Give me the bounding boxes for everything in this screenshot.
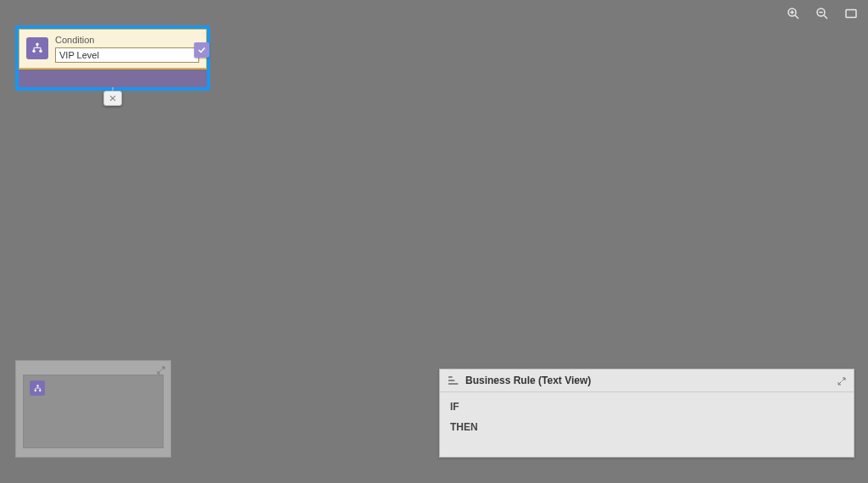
svg-line-1 xyxy=(795,15,798,19)
condition-node[interactable]: Condition xyxy=(15,25,210,91)
condition-body[interactable] xyxy=(19,69,207,87)
condition-label: Condition xyxy=(55,35,199,45)
confirm-button[interactable] xyxy=(194,42,209,58)
minimap-condition-icon xyxy=(30,380,45,396)
fit-screen-icon[interactable] xyxy=(843,5,860,22)
condition-name-input[interactable] xyxy=(55,47,199,63)
svg-point-19 xyxy=(36,385,38,386)
svg-line-30 xyxy=(838,382,842,386)
minimap-viewport[interactable] xyxy=(23,375,164,448)
zoom-in-icon[interactable] xyxy=(785,5,802,22)
svg-line-18 xyxy=(158,371,161,375)
then-keyword: THEN xyxy=(450,421,843,433)
condition-header: Condition xyxy=(19,29,207,69)
svg-point-25 xyxy=(39,389,41,391)
svg-rect-7 xyxy=(846,10,856,18)
condition-icon xyxy=(26,37,48,59)
text-view-icon xyxy=(447,375,460,386)
svg-line-5 xyxy=(824,15,827,19)
canvas-toolbar xyxy=(785,5,860,22)
svg-point-13 xyxy=(33,50,36,53)
if-keyword: IF xyxy=(450,401,843,413)
svg-line-17 xyxy=(162,367,165,370)
delete-node-button[interactable] xyxy=(103,91,122,106)
svg-point-14 xyxy=(40,50,42,53)
svg-line-29 xyxy=(843,378,846,381)
text-view-body: IF THEN xyxy=(440,392,854,457)
svg-point-24 xyxy=(34,389,36,391)
minimap-panel[interactable] xyxy=(15,360,171,458)
svg-point-8 xyxy=(36,43,39,46)
text-view-panel: Business Rule (Text View) IF THEN xyxy=(439,369,854,458)
text-view-title: Business Rule (Text View) xyxy=(465,375,591,386)
zoom-out-icon[interactable] xyxy=(814,5,831,22)
text-view-header: Business Rule (Text View) xyxy=(440,369,854,392)
expand-icon[interactable] xyxy=(837,375,849,386)
